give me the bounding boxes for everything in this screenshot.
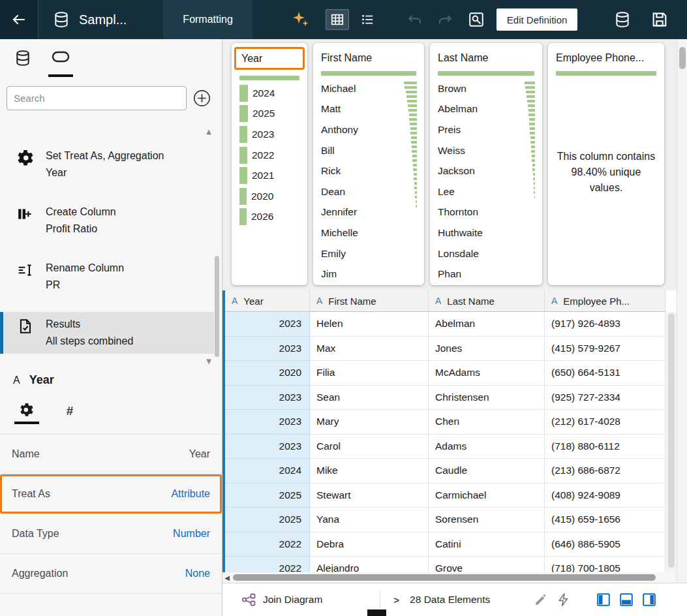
general-properties-tab[interactable] <box>14 398 39 424</box>
card-value[interactable]: 2026 <box>239 207 299 228</box>
table-cell[interactable]: Sorensen <box>429 508 545 532</box>
table-cell[interactable]: Carol <box>310 435 429 459</box>
table-cell[interactable]: (415) 579-9267 <box>545 337 665 362</box>
step-item-3[interactable]: ResultsAll steps combined <box>0 312 214 354</box>
table-cell[interactable]: Helen <box>310 312 429 337</box>
property-value[interactable]: Number <box>173 528 210 540</box>
table-cell[interactable]: 2022 <box>225 557 310 572</box>
table-cell[interactable]: (408) 924-9089 <box>545 484 665 508</box>
table-cell[interactable]: 2024 <box>225 459 310 484</box>
column-header-3[interactable]: AEmployee Ph... <box>545 290 665 311</box>
step-item-2[interactable]: Rename ColumnPR <box>0 256 214 298</box>
table-cell[interactable]: 2023 <box>225 410 310 435</box>
card-value[interactable]: Jackson <box>438 161 534 181</box>
card-value[interactable]: Emily <box>321 243 416 264</box>
card-value[interactable]: Phan <box>438 264 534 285</box>
panel-vertical-scrollbar[interactable] <box>677 39 687 583</box>
suggestions-sparkle-icon[interactable] <box>292 10 310 29</box>
data-panel-tab[interactable] <box>10 39 35 77</box>
column-header-1[interactable]: AFirst Name <box>310 290 429 311</box>
step-item-0[interactable]: Set Treat As, AggregationYear <box>0 144 214 185</box>
table-cell[interactable]: Adams <box>429 435 545 459</box>
table-cell[interactable]: Stewart <box>310 484 429 508</box>
table-cell[interactable]: Debra <box>310 532 429 557</box>
back-button[interactable] <box>0 0 38 39</box>
card-value[interactable]: 2025 <box>239 104 299 125</box>
card-value[interactable]: Anthony <box>321 119 416 140</box>
table-cell[interactable]: 2023 <box>225 337 310 362</box>
scroll-up-arrow[interactable]: ▲ <box>206 128 211 135</box>
horizontal-scrollbar-thumb[interactable] <box>233 574 656 581</box>
table-cell[interactable]: Filia <box>310 361 429 386</box>
table-cell[interactable]: (925) 727-2334 <box>545 386 665 410</box>
property-row-treat-as[interactable]: Treat AsAttribute <box>0 474 222 514</box>
table-vertical-scrollbar-thumb[interactable] <box>668 313 675 568</box>
card-value[interactable]: Michael <box>321 78 416 99</box>
table-cell[interactable]: Jones <box>429 337 545 362</box>
card-title[interactable]: First Name <box>321 48 416 65</box>
table-cell[interactable]: Chen <box>429 410 545 435</box>
table-cell[interactable]: 2023 <box>225 386 310 410</box>
table-cell[interactable]: 2025 <box>225 508 310 532</box>
card-value[interactable]: Jim <box>321 264 416 285</box>
card-value[interactable]: Thornton <box>438 202 534 223</box>
table-cell[interactable]: (718) 880-6112 <box>545 435 665 459</box>
database-icon[interactable] <box>614 11 631 28</box>
table-cell[interactable]: 2020 <box>225 361 310 386</box>
save-icon[interactable] <box>650 10 669 29</box>
panel-vertical-scrollbar-thumb[interactable] <box>679 47 686 69</box>
table-cell[interactable]: Max <box>310 337 429 362</box>
layout-bottom-panel-icon[interactable] <box>618 592 634 608</box>
table-cell[interactable]: (415) 659-1656 <box>545 508 665 532</box>
table-cell[interactable]: Abelman <box>429 312 545 337</box>
table-cell[interactable]: 2025 <box>225 484 310 508</box>
property-value[interactable]: None <box>185 568 210 579</box>
inspect-icon[interactable] <box>468 11 485 28</box>
magic-wand-icon[interactable] <box>533 592 549 608</box>
table-cell[interactable]: (718) 700-1805 <box>545 557 665 572</box>
card-value[interactable]: 2022 <box>239 145 299 166</box>
property-row-data-type[interactable]: Data TypeNumber <box>0 514 222 554</box>
table-cell[interactable]: Grove <box>429 557 545 572</box>
table-cell[interactable]: (917) 926-4893 <box>545 312 665 337</box>
table-cell[interactable]: (650) 664-5131 <box>545 361 665 386</box>
column-header-0[interactable]: AYear <box>225 290 310 311</box>
table-cell[interactable]: McAdams <box>429 361 545 386</box>
expand-chevron-icon[interactable]: > <box>393 594 399 606</box>
card-value[interactable]: Preis <box>438 119 534 140</box>
tab-formatting[interactable]: Formatting <box>163 0 252 39</box>
table-cell[interactable]: 2022 <box>225 532 310 557</box>
undo-icon[interactable] <box>406 11 423 28</box>
table-cell[interactable]: Alejandro <box>310 557 429 572</box>
card-value[interactable]: Jennifer <box>321 202 416 223</box>
card-value[interactable]: Michelle <box>321 223 416 243</box>
card-value[interactable]: Brown <box>438 78 534 99</box>
card-value[interactable]: Huthwaite <box>438 223 534 243</box>
scroll-left-arrow[interactable]: ◀ <box>222 574 232 581</box>
table-cell[interactable]: (212) 617-4028 <box>545 410 665 435</box>
preparation-panel-tab[interactable] <box>48 39 73 77</box>
steps-scrollbar-thumb[interactable] <box>215 256 219 357</box>
property-value[interactable]: Attribute <box>171 488 210 500</box>
card-value[interactable]: Dean <box>321 181 416 202</box>
column-header-2[interactable]: ALast Name <box>429 290 545 311</box>
edit-definition-button[interactable]: Edit Definition <box>496 8 578 31</box>
step-item-1[interactable]: Create ColumnProfit Ratio <box>0 200 214 241</box>
property-row-name[interactable]: NameYear <box>0 435 222 474</box>
redo-icon[interactable] <box>436 11 453 28</box>
card-value[interactable]: Weiss <box>438 140 534 161</box>
card-value[interactable]: Bill <box>321 140 416 161</box>
card-title[interactable]: Employee Phone... <box>556 48 656 65</box>
card-value[interactable]: 2024 <box>239 83 299 104</box>
scroll-down-arrow[interactable]: ▼ <box>206 358 211 365</box>
search-input[interactable] <box>7 86 187 110</box>
layout-left-panel-icon[interactable] <box>596 592 611 608</box>
card-value[interactable]: Lonsdale <box>438 243 534 264</box>
add-step-button[interactable] <box>193 89 211 107</box>
list-view-button[interactable] <box>356 9 379 30</box>
table-cell[interactable]: Carmichael <box>429 484 545 508</box>
card-value[interactable]: 2021 <box>239 165 299 186</box>
number-format-tab[interactable]: # <box>57 398 82 424</box>
layout-right-panel-icon[interactable] <box>641 592 657 608</box>
table-cell[interactable]: Christensen <box>429 386 545 410</box>
